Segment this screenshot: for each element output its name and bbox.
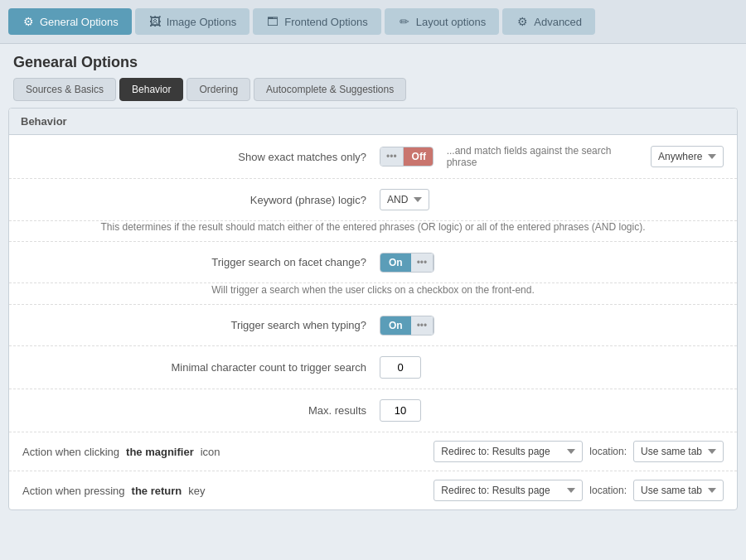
return-action-select[interactable]: Redirec to: Results page Show inline Not… <box>434 480 583 501</box>
image-icon: 🖼 <box>148 15 162 28</box>
return-key-action-row: Action when pressing the return key Redi… <box>9 471 737 509</box>
exact-matches-controls: ••• Off ...and match fields against the … <box>380 145 724 168</box>
trigger-typing-label: Trigger search when typing? <box>22 319 380 331</box>
trigger-typing-state[interactable]: On <box>380 316 411 335</box>
exact-matches-toggle[interactable]: ••• Off <box>380 147 434 167</box>
layout-icon: ✏ <box>398 15 411 28</box>
exact-matches-state[interactable]: Off <box>404 147 434 166</box>
tab-frontend-label: Frontend Options <box>284 16 367 28</box>
return-label-suffix: key <box>188 485 205 497</box>
tab-general[interactable]: ⚙ General Options <box>8 8 132 35</box>
magnifier-action-select[interactable]: Redirec to: Results page Show inline Not… <box>434 441 583 462</box>
magnifier-label-prefix: Action when clicking <box>22 446 119 458</box>
match-fields-select[interactable]: Anywhere Title Content Excerpt <box>651 146 724 167</box>
exact-matches-dots[interactable]: ••• <box>380 147 404 166</box>
min-char-controls <box>380 356 724 379</box>
sub-tab-ordering[interactable]: Ordering <box>186 78 250 101</box>
keyword-logic-label: Keyword (phrase) logic? <box>22 194 380 206</box>
tab-image-label: Image Options <box>167 16 237 28</box>
tab-advanced[interactable]: ⚙ Advanced <box>502 8 595 35</box>
tab-image[interactable]: 🖼 Image Options <box>135 8 250 35</box>
min-char-row: Minimal character count to trigger searc… <box>9 346 737 389</box>
exact-matches-label: Show exact matches only? <box>22 151 380 163</box>
exact-matches-row: Show exact matches only? ••• Off ...and … <box>9 135 737 179</box>
gear-icon: ⚙ <box>22 15 35 28</box>
keyword-logic-description: This determines if the result should mat… <box>22 221 724 233</box>
sub-tab-behavior[interactable]: Behavior <box>119 78 183 101</box>
tab-general-label: General Options <box>40 16 119 28</box>
trigger-facet-row: Trigger search on facet change? On ••• <box>9 242 737 283</box>
max-results-input[interactable] <box>380 399 421 422</box>
return-controls: Redirec to: Results page Show inline Not… <box>434 480 724 501</box>
sub-tab-sources[interactable]: Sources & Basics <box>13 78 116 101</box>
max-results-label: Max. results <box>22 404 380 417</box>
main-content: Behavior Show exact matches only? ••• Of… <box>8 108 738 510</box>
tab-layout-label: Layout options <box>416 16 487 28</box>
magnifier-action-row: Action when clicking the magnifier icon … <box>9 432 737 471</box>
return-location-label: location: <box>589 485 627 496</box>
sub-tabs: Sources & Basics Behavior Ordering Autoc… <box>0 78 746 108</box>
trigger-typing-toggle[interactable]: On ••• <box>380 316 434 336</box>
frontend-icon: 🗔 <box>266 15 279 28</box>
keyword-logic-controls: AND OR <box>380 189 724 210</box>
keyword-logic-description-row: This determines if the result should mat… <box>9 221 737 242</box>
trigger-facet-controls: On ••• <box>380 253 724 273</box>
magnifier-label-bold: the magnifier <box>126 446 194 458</box>
page-title: Genearal Options <box>0 44 746 78</box>
section-header: Behavior <box>9 109 737 135</box>
trigger-facet-state[interactable]: On <box>380 253 411 272</box>
trigger-facet-dots[interactable]: ••• <box>411 253 434 272</box>
trigger-typing-row: Trigger search when typing? On ••• <box>9 305 737 346</box>
return-label-prefix: Action when pressing <box>22 485 125 497</box>
magnifier-label-suffix: icon <box>201 446 220 458</box>
min-char-input[interactable] <box>380 356 421 379</box>
trigger-typing-controls: On ••• <box>380 316 724 336</box>
match-fields-label: ...and match fields against the search p… <box>440 145 644 168</box>
advanced-icon: ⚙ <box>516 15 529 28</box>
magnifier-tab-select[interactable]: Use same tab Open new tab <box>633 441 724 462</box>
max-results-row: Max. results <box>9 389 737 432</box>
top-nav: ⚙ General Options 🖼 Image Options 🗔 Fron… <box>0 0 746 44</box>
keyword-logic-select[interactable]: AND OR <box>380 189 429 210</box>
min-char-label: Minimal character count to trigger searc… <box>22 361 380 374</box>
return-label-bold: the return <box>132 485 182 497</box>
tab-frontend[interactable]: 🗔 Frontend Options <box>253 8 380 35</box>
max-results-controls <box>380 399 724 422</box>
magnifier-location-label: location: <box>589 446 627 457</box>
trigger-typing-dots[interactable]: ••• <box>411 316 434 335</box>
keyword-logic-row: Keyword (phrase) logic? AND OR <box>9 179 737 221</box>
trigger-facet-toggle[interactable]: On ••• <box>380 253 434 273</box>
trigger-facet-description-row: Will trigger a search when the user clic… <box>9 283 737 305</box>
tab-advanced-label: Advanced <box>534 16 582 28</box>
tab-layout[interactable]: ✏ Layout options <box>385 8 500 35</box>
trigger-facet-label: Trigger search on facet change? <box>22 256 380 268</box>
magnifier-controls: Redirec to: Results page Show inline Not… <box>434 441 724 462</box>
return-tab-select[interactable]: Use same tab Open new tab <box>633 480 724 501</box>
trigger-facet-description: Will trigger a search when the user clic… <box>198 284 548 296</box>
sub-tab-autocomplete[interactable]: Autocomplete & Suggestions <box>254 78 406 101</box>
